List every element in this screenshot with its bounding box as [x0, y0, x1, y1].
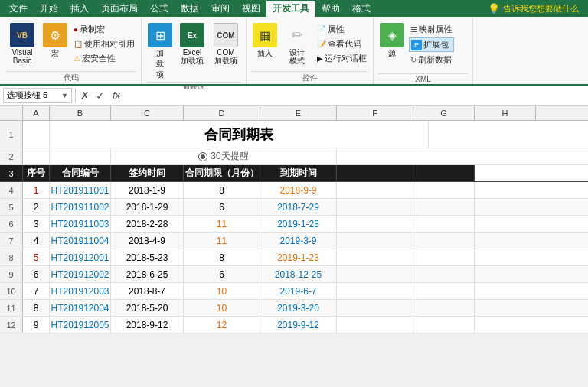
- cell-num[interactable]: 6: [23, 266, 50, 282]
- cell-f[interactable]: [337, 199, 413, 215]
- view-code-button[interactable]: 📝 查看代码: [315, 37, 368, 50]
- cell-2a[interactable]: [23, 148, 50, 164]
- col-header-a[interactable]: A: [23, 106, 50, 120]
- col-header-c[interactable]: C: [111, 106, 184, 120]
- source-button[interactable]: ◈ 源: [378, 21, 406, 60]
- cell-id[interactable]: HT201912004: [50, 300, 111, 316]
- cell-id[interactable]: HT201912005: [50, 317, 111, 333]
- cell-num[interactable]: 8: [23, 300, 50, 316]
- cell-period[interactable]: 11: [184, 216, 260, 232]
- cell-g[interactable]: [413, 300, 475, 316]
- cell-sign-date[interactable]: 2018-1-29: [111, 199, 184, 215]
- cell-f[interactable]: [337, 249, 413, 265]
- cell-reminder[interactable]: 30天提醒: [111, 148, 337, 164]
- cell-f[interactable]: [337, 300, 413, 316]
- col-header-f[interactable]: F: [337, 106, 413, 120]
- cell-sign-date[interactable]: 2018-5-20: [111, 300, 184, 316]
- cell-f[interactable]: [337, 266, 413, 282]
- menu-item-review[interactable]: 审阅: [205, 1, 236, 17]
- cell-period[interactable]: 11: [184, 233, 260, 249]
- cell-1a[interactable]: [23, 121, 50, 148]
- cell-period[interactable]: 8: [184, 249, 260, 265]
- cell-g[interactable]: [413, 233, 475, 249]
- cell-f[interactable]: [337, 283, 413, 299]
- help-tip-text[interactable]: 告诉我您想要做什么: [503, 3, 579, 15]
- fx-label[interactable]: fx: [109, 89, 123, 101]
- cell-expire[interactable]: 2018-12-25: [260, 266, 337, 282]
- cell-expire[interactable]: 2019-9-12: [260, 317, 337, 333]
- col-header-h[interactable]: H: [475, 106, 536, 120]
- menu-item-format[interactable]: 格式: [346, 1, 377, 17]
- cell-f[interactable]: [337, 233, 413, 249]
- col-header-b[interactable]: B: [50, 106, 111, 120]
- relative-ref-button[interactable]: 📋 使用相对引用: [72, 37, 136, 50]
- cell-sign-date[interactable]: 2018-4-9: [111, 233, 184, 249]
- cell-f[interactable]: [337, 216, 413, 232]
- cell-f[interactable]: [337, 317, 413, 333]
- cell-num[interactable]: 4: [23, 233, 50, 249]
- cell-title[interactable]: 合同到期表: [50, 121, 429, 148]
- menu-item-insert[interactable]: 插入: [64, 1, 95, 17]
- cell-id[interactable]: HT201912001: [50, 249, 111, 265]
- cell-num[interactable]: 2: [23, 199, 50, 215]
- cell-sign-date[interactable]: 2018-2-28: [111, 216, 184, 232]
- menu-item-formula[interactable]: 公式: [144, 1, 175, 17]
- cell-period[interactable]: 6: [184, 266, 260, 282]
- cell-num[interactable]: 9: [23, 317, 50, 333]
- menu-item-file[interactable]: 文件: [3, 1, 34, 17]
- cell-2b[interactable]: [50, 148, 111, 164]
- cell-expire[interactable]: 2018-9-9: [260, 182, 337, 198]
- menu-item-start[interactable]: 开始: [34, 1, 64, 17]
- cell-sign-date[interactable]: 2018-6-25: [111, 266, 184, 282]
- cell-expire[interactable]: 2018-7-29: [260, 199, 337, 215]
- cell-sign-date[interactable]: 2018-9-12: [111, 317, 184, 333]
- menu-item-layout[interactable]: 页面布局: [95, 1, 144, 17]
- design-mode-button[interactable]: ✏ 设计模式: [282, 21, 312, 67]
- cell-period[interactable]: 8: [184, 182, 260, 198]
- menu-item-view[interactable]: 视图: [236, 1, 266, 17]
- formula-input[interactable]: [126, 89, 585, 102]
- menu-item-help[interactable]: 帮助: [315, 1, 346, 17]
- cell-g[interactable]: [413, 199, 475, 215]
- cell-sign-date[interactable]: 2018-8-7: [111, 283, 184, 299]
- cell-g[interactable]: [413, 249, 475, 265]
- cell-period[interactable]: 12: [184, 317, 260, 333]
- com-addin-button[interactable]: COM COM加载项: [211, 21, 241, 67]
- cell-f[interactable]: [337, 182, 413, 198]
- run-dialog-button[interactable]: ▶ 运行对话框: [315, 52, 368, 65]
- cell-g[interactable]: [413, 317, 475, 333]
- cell-id[interactable]: HT201911001: [50, 182, 111, 198]
- cell-g[interactable]: [413, 216, 475, 232]
- addin-button[interactable]: ⊞ 加载项: [146, 21, 174, 82]
- col-header-e[interactable]: E: [260, 106, 337, 120]
- cell-num[interactable]: 1: [23, 182, 50, 198]
- cell-sign-date[interactable]: 2018-5-23: [111, 249, 184, 265]
- cancel-icon[interactable]: ✗: [79, 89, 91, 102]
- col-header-d[interactable]: D: [184, 106, 260, 120]
- excel-addin-button[interactable]: Ex Excel加载项: [177, 21, 207, 67]
- menu-item-dev[interactable]: 开发工具: [266, 1, 315, 17]
- cell-expire[interactable]: 2019-1-23: [260, 249, 337, 265]
- cell-expire[interactable]: 2019-3-9: [260, 233, 337, 249]
- cell-num[interactable]: 7: [23, 283, 50, 299]
- cell-num[interactable]: 5: [23, 249, 50, 265]
- col-header-g[interactable]: G: [413, 106, 475, 120]
- cell-sign-date[interactable]: 2018-1-9: [111, 182, 184, 198]
- macro-button[interactable]: ⚙ 宏: [41, 21, 69, 60]
- refresh-data-button[interactable]: ↻ 刷新数据: [409, 54, 454, 67]
- cell-id[interactable]: HT201911004: [50, 233, 111, 249]
- cell-id[interactable]: HT201912002: [50, 266, 111, 282]
- cell-num[interactable]: 3: [23, 216, 50, 232]
- cell-id[interactable]: HT201912003: [50, 283, 111, 299]
- expand-pack-button[interactable]: E 扩展包: [409, 37, 454, 52]
- cell-g[interactable]: [413, 182, 475, 198]
- insert-control-button[interactable]: ▦ 插入: [251, 21, 279, 60]
- cell-g[interactable]: [413, 266, 475, 282]
- properties-button[interactable]: 📄 属性: [315, 23, 368, 36]
- menu-item-data[interactable]: 数据: [175, 1, 205, 17]
- cell-expire[interactable]: 2019-3-20: [260, 300, 337, 316]
- radio-indicator[interactable]: [198, 152, 207, 161]
- cell-g[interactable]: [413, 283, 475, 299]
- cell-reference-box[interactable]: 选项按钮 5 ▼: [3, 88, 72, 103]
- cell-period[interactable]: 6: [184, 199, 260, 215]
